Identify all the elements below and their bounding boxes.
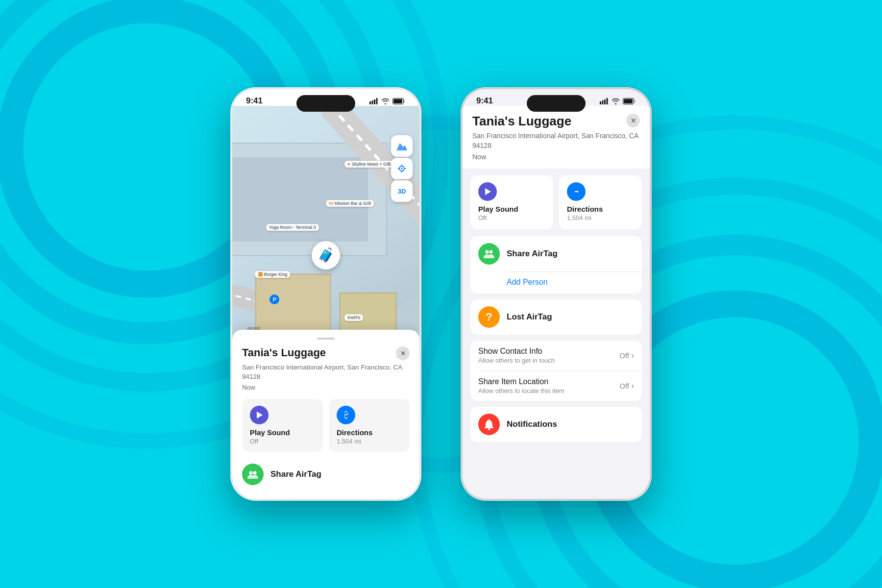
- svg-point-40: [490, 250, 493, 253]
- show-contact-left: Show Contact Info Allow others to get in…: [478, 347, 619, 364]
- detail-header: Tania's Luggage ✕: [472, 114, 640, 129]
- phone-1: 9:41: [230, 87, 421, 501]
- share-location-sublabel: Allow others to locate this item: [478, 387, 619, 394]
- share-airtag-section-row: Share AirTag: [470, 236, 642, 271]
- share-airtag-row[interactable]: Share AirTag: [242, 460, 410, 489]
- close-button-2[interactable]: ✕: [626, 114, 640, 127]
- detail-time: Now: [472, 153, 640, 161]
- show-contact-value: Off: [619, 351, 629, 360]
- detail-directions-sublabel: 1,504 mi: [567, 214, 634, 221]
- lost-airtag-label: Lost AirTag: [507, 312, 552, 322]
- battery-icon-2: [623, 98, 636, 104]
- map-type-button[interactable]: [391, 135, 413, 157]
- share-location-left: Share Item Location Allow others to loca…: [478, 377, 619, 394]
- luggage-pin: 🧳: [312, 241, 340, 270]
- detail-directions-icon: [567, 182, 586, 201]
- poi-kiehls: Kiehl's: [344, 314, 363, 321]
- svg-rect-14: [393, 99, 402, 103]
- svg-rect-10: [372, 100, 373, 104]
- share-location-chevron: ›: [631, 381, 634, 391]
- luggage-emoji: 🧳: [318, 247, 335, 263]
- svg-rect-17: [256, 274, 331, 331]
- detail-title: Tania's Luggage: [472, 114, 571, 129]
- svg-marker-29: [257, 412, 263, 418]
- svg-rect-37: [624, 99, 633, 103]
- signal-icon-2: [600, 98, 609, 104]
- svg-rect-34: [604, 99, 606, 104]
- detail-directions-label: Directions: [567, 205, 634, 213]
- notifications-row[interactable]: Notifications: [470, 407, 642, 442]
- wifi-icon: [381, 98, 390, 104]
- directions-label: Directions: [337, 428, 402, 437]
- detail-top-section: Tania's Luggage ✕ San Francisco Internat…: [463, 106, 650, 169]
- lost-airtag-row[interactable]: ? Lost AirTag: [470, 299, 642, 335]
- directions-card[interactable]: Directions 1,504 mi: [329, 399, 410, 452]
- sheet-title: Tania's Luggage: [242, 346, 326, 359]
- sheet-subtitle: San Francisco International Airport, San…: [242, 363, 410, 382]
- signal-icon: [369, 98, 378, 104]
- svg-marker-38: [485, 188, 491, 195]
- parking-marker: P: [270, 294, 279, 304]
- play-sound-sublabel: Off: [250, 438, 315, 445]
- show-contact-label: Show Contact Info: [478, 347, 619, 356]
- location-button[interactable]: [391, 158, 413, 179]
- 3d-button[interactable]: 3D: [391, 180, 413, 202]
- battery-icon: [392, 98, 406, 104]
- svg-rect-9: [369, 101, 371, 104]
- sheet-header: Tania's Luggage ✕: [242, 346, 410, 360]
- share-airtag-section: Share AirTag Add Person: [470, 236, 642, 294]
- detail-subtitle: San Francisco International Airport, San…: [472, 131, 640, 151]
- dynamic-island-2: [527, 95, 586, 112]
- show-contact-sublabel: Allow others to get in touch: [478, 357, 619, 364]
- detail-action-row: Play Sound Off Directions 1,504 mi: [470, 175, 642, 229]
- phones-container: 9:41: [230, 87, 652, 501]
- lost-airtag-section: ? Lost AirTag: [470, 299, 642, 335]
- svg-point-41: [488, 428, 490, 430]
- share-location-label: Share Item Location: [478, 377, 619, 386]
- share-airtag-label: Share AirTag: [270, 469, 321, 479]
- sheet-time: Now: [242, 384, 410, 391]
- svg-marker-25: [396, 143, 407, 150]
- show-contact-info-row[interactable]: Show Contact Info Allow others to get in…: [470, 341, 642, 370]
- share-location-right: Off ›: [619, 381, 634, 391]
- show-contact-right: Off ›: [619, 350, 634, 361]
- poi-mission: 🍽Mission Bar & Grill: [326, 200, 374, 207]
- detail-play-sound-card[interactable]: Play Sound Off: [470, 175, 553, 229]
- show-contact-chevron: ›: [631, 350, 634, 361]
- close-button-1[interactable]: ✕: [396, 346, 410, 360]
- status-icons-2: [600, 98, 636, 104]
- poi-yoga: Yoga Room - Terminal 3: [266, 224, 319, 231]
- status-icons-1: [369, 98, 406, 104]
- svg-point-39: [486, 250, 489, 253]
- notifications-label: Notifications: [507, 419, 557, 429]
- action-cards-row: Play Sound Off Directions: [242, 399, 410, 452]
- directions-icon-bg: [337, 406, 355, 424]
- share-location-value: Off: [619, 382, 629, 390]
- wifi-icon-2: [612, 98, 620, 104]
- add-person-button[interactable]: Add Person: [470, 272, 642, 294]
- svg-rect-33: [602, 100, 604, 104]
- poi-skyline: ●Skyline News + Gifts: [344, 161, 395, 168]
- svg-point-31: [253, 471, 257, 475]
- directions-sublabel: 1,504 mi: [337, 438, 402, 445]
- svg-rect-35: [607, 98, 608, 104]
- play-sound-card[interactable]: Play Sound Off: [242, 399, 323, 452]
- svg-rect-12: [376, 98, 378, 104]
- map-controls: 3D: [391, 135, 413, 202]
- share-airtag-icon: [242, 464, 264, 485]
- notifications-icon: [478, 414, 500, 435]
- share-item-location-row[interactable]: Share Item Location Allow others to loca…: [470, 371, 642, 401]
- play-sound-label: Play Sound: [250, 428, 315, 437]
- share-airtag-label-2: Share AirTag: [507, 249, 558, 259]
- time-2: 9:41: [476, 96, 493, 106]
- svg-rect-32: [600, 101, 601, 104]
- detail-play-label: Play Sound: [478, 205, 545, 213]
- sheet-handle: [317, 338, 335, 340]
- svg-rect-11: [374, 99, 375, 104]
- play-sound-icon-bg: [250, 406, 269, 424]
- phone-2: 9:41: [461, 87, 652, 501]
- detail-directions-card[interactable]: Directions 1,504 mi: [559, 175, 642, 229]
- svg-point-30: [249, 471, 253, 475]
- poi-burgerking: 🍔Burger King: [255, 271, 291, 278]
- share-airtag-icon-2: [478, 243, 500, 265]
